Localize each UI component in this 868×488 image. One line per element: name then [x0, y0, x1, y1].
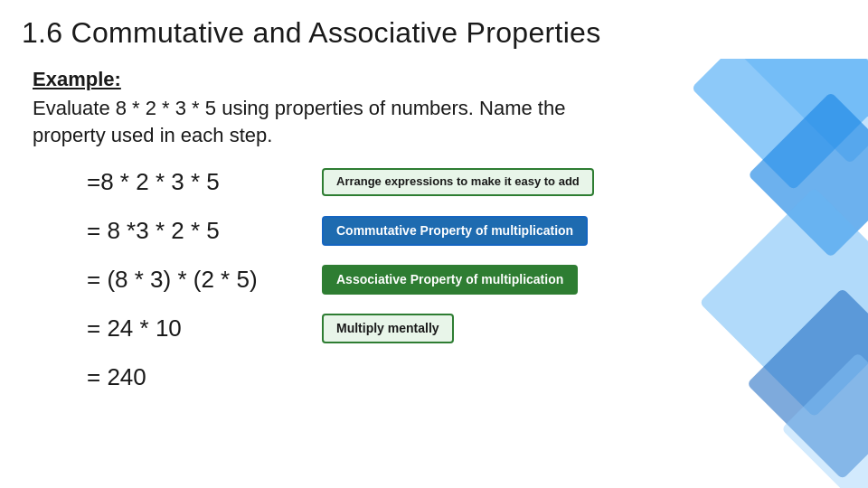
step-row-1: =8 * 2 * 3 * 5 Arrange expressions to ma… [87, 161, 835, 202]
step-row-3: = (8 * 3) * (2 * 5) Associative Property… [87, 258, 835, 300]
step-expr-1: =8 * 2 * 3 * 5 [87, 168, 322, 196]
main-content: Example: Evaluate 8 * 2 * 3 * 5 using pr… [0, 59, 868, 414]
badge-commutative: Commutative Property of multiplication [322, 216, 588, 247]
step-expr-4: = 24 * 10 [87, 314, 322, 343]
page-title: 1.6 Commutative and Associative Properti… [22, 16, 600, 49]
evaluate-text: Evaluate 8 * 2 * 3 * 5 using properties … [33, 95, 835, 148]
badge-multiply: Multiply mentally [322, 314, 454, 344]
example-label: Example: [33, 68, 835, 91]
badge-arrange: Arrange expressions to make it easy to a… [322, 168, 594, 196]
evaluate-line1: Evaluate 8 * 2 * 3 * 5 using properties … [33, 97, 565, 119]
step-expr-2: = 8 *3 * 2 * 5 [87, 217, 322, 245]
evaluate-line2: property used in each step. [33, 124, 272, 146]
step-row-4: = 24 * 10 Multiply mentally [87, 307, 835, 349]
step-expr-5: = 240 [87, 363, 322, 391]
badge-associative: Associative Property of multiplication [322, 265, 578, 296]
title-bar: 1.6 Commutative and Associative Properti… [0, 0, 868, 59]
step-row-2: = 8 *3 * 2 * 5 Commutative Property of m… [87, 210, 835, 251]
step-expr-3: = (8 * 3) * (2 * 5) [87, 266, 322, 294]
step-row-5: = 240 [87, 356, 835, 398]
steps-container: =8 * 2 * 3 * 5 Arrange expressions to ma… [33, 161, 835, 398]
